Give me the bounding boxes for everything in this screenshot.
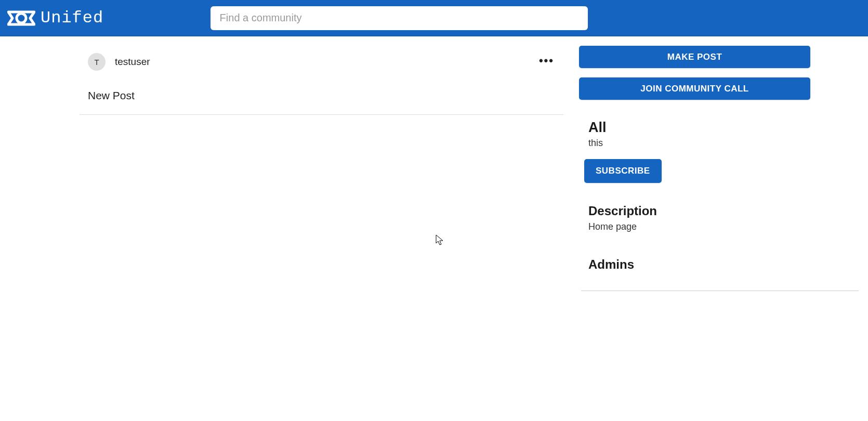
search-container bbox=[103, 6, 694, 30]
avatar[interactable]: T bbox=[88, 53, 106, 71]
subscribe-button[interactable]: SUBSCRIBE bbox=[584, 159, 662, 183]
community-info: All this SUBSCRIBE bbox=[579, 109, 861, 188]
community-tagline: this bbox=[588, 138, 851, 149]
description-heading: Description bbox=[588, 204, 851, 218]
brand-name: Unifed bbox=[41, 8, 103, 28]
admins-heading: Admins bbox=[588, 257, 851, 272]
admins-block: Admins bbox=[579, 238, 861, 281]
post-header: T testuser bbox=[88, 53, 555, 71]
search-input[interactable] bbox=[211, 6, 588, 30]
description-text: Home page bbox=[588, 221, 851, 232]
post-username[interactable]: testuser bbox=[115, 56, 150, 68]
brand[interactable]: Unifed bbox=[7, 8, 103, 29]
post-title: New Post bbox=[88, 89, 555, 102]
divider bbox=[581, 291, 859, 291]
community-name: All bbox=[588, 120, 851, 136]
more-options-icon[interactable]: ••• bbox=[539, 55, 554, 67]
svg-point-0 bbox=[17, 14, 26, 23]
description-block: Description Home page bbox=[579, 188, 861, 238]
app-header: Unifed bbox=[0, 0, 868, 36]
sidebar: MAKE POST JOIN COMMUNITY CALL All this S… bbox=[579, 46, 868, 291]
logo-icon bbox=[7, 8, 35, 29]
make-post-button[interactable]: MAKE POST bbox=[579, 46, 810, 68]
feed: T testuser ••• New Post bbox=[0, 46, 579, 291]
join-community-call-button[interactable]: JOIN COMMUNITY CALL bbox=[579, 77, 810, 100]
main-content: T testuser ••• New Post MAKE POST JOIN C… bbox=[0, 36, 868, 291]
post-card[interactable]: T testuser ••• New Post bbox=[80, 46, 563, 115]
